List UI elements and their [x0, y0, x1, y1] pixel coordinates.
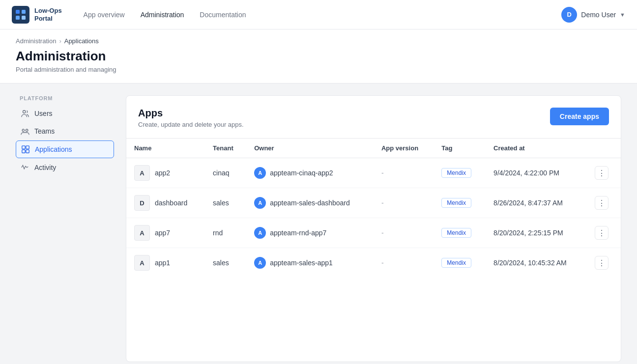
svg-rect-11	[26, 150, 29, 153]
sidebar-item-activity[interactable]: Activity	[16, 159, 114, 176]
sidebar-item-applications[interactable]: Applications	[16, 140, 114, 158]
col-owner: Owner	[246, 139, 374, 158]
brand-logo	[12, 6, 29, 24]
owner-name-1: appteam-sales-dashboard	[270, 199, 350, 207]
row-actions-button-1[interactable]: ⋮	[595, 196, 608, 210]
page-title: Administration	[16, 49, 621, 64]
cell-actions-3: ⋮	[587, 248, 621, 278]
table-row: D dashboard sales A appteam-sales-dashbo…	[126, 188, 621, 218]
app-avatar-2: A	[134, 225, 150, 241]
svg-rect-4	[22, 16, 26, 20]
content-header: Apps Create, update and delete your apps…	[126, 96, 621, 139]
svg-point-7	[26, 129, 28, 132]
page-header: Administration › Applications Administra…	[0, 29, 637, 84]
cell-tag-0: Mendix	[434, 158, 486, 188]
cell-tenant-0: cinaq	[205, 158, 246, 188]
chevron-down-icon: ▼	[620, 12, 625, 18]
table-row: A app7 rnd A appteam-rnd-app7 - Mendix 8…	[126, 218, 621, 248]
sidebar-users-label: Users	[34, 110, 53, 117]
page-subtitle: Portal administration and managing	[16, 66, 621, 73]
app-avatar-3: A	[134, 255, 150, 271]
create-apps-button[interactable]: Create apps	[550, 108, 609, 125]
sidebar-section-label: PLATFORM	[16, 95, 114, 101]
col-name: Name	[126, 139, 205, 158]
owner-avatar-2: A	[254, 227, 266, 239]
cell-created-1: 8/26/2024, 8:47:37 AM	[486, 188, 587, 218]
owner-name-0: appteam-cinaq-app2	[270, 169, 333, 177]
tag-badge-0: Mendix	[441, 168, 471, 178]
svg-rect-1	[16, 10, 20, 14]
apps-title: Apps	[138, 108, 244, 119]
col-version: App version	[374, 139, 434, 158]
owner-avatar-1: A	[254, 197, 266, 209]
svg-rect-10	[22, 150, 25, 153]
row-actions-button-3[interactable]: ⋮	[595, 256, 608, 270]
svg-rect-0	[12, 6, 29, 24]
col-actions	[587, 139, 621, 158]
sidebar-item-users[interactable]: Users	[16, 105, 114, 122]
cell-name-3: A app1	[126, 248, 205, 278]
cell-owner-0: A appteam-cinaq-app2	[246, 158, 374, 188]
cell-created-3: 8/20/2024, 10:45:32 AM	[486, 248, 587, 278]
sidebar: PLATFORM Users Teams	[16, 95, 114, 362]
owner-name-3: appteam-sales-app1	[270, 259, 333, 267]
row-actions-button-2[interactable]: ⋮	[595, 226, 608, 240]
app-name-2: app7	[155, 229, 170, 237]
main-layout: PLATFORM Users Teams	[0, 84, 637, 364]
row-actions-button-0[interactable]: ⋮	[595, 166, 608, 180]
apps-subtitle: Create, update and delete your apps.	[138, 121, 244, 128]
cell-tenant-2: rnd	[205, 218, 246, 248]
cell-tag-1: Mendix	[434, 188, 486, 218]
cell-tenant-1: sales	[205, 188, 246, 218]
sidebar-item-teams[interactable]: Teams	[16, 123, 114, 140]
cell-actions-2: ⋮	[587, 218, 621, 248]
apps-table-wrapper: Name Tenant Owner App version Tag Create…	[126, 139, 621, 278]
table-row: A app2 cinaq A appteam-cinaq-app2 - Mend…	[126, 158, 621, 188]
svg-point-5	[23, 111, 26, 113]
cell-tenant-3: sales	[205, 248, 246, 278]
user-avatar: D	[561, 7, 577, 23]
cell-name-0: A app2	[126, 158, 205, 188]
breadcrumb-administration[interactable]: Administration	[16, 37, 56, 45]
owner-name-2: appteam-rnd-app7	[270, 229, 326, 237]
tag-badge-3: Mendix	[441, 258, 471, 268]
table-row: A app1 sales A appteam-sales-app1 - Mend…	[126, 248, 621, 278]
navbar: Low-Ops Portal App overview Administrati…	[0, 0, 637, 29]
brand: Low-Ops Portal	[12, 6, 62, 24]
breadcrumb-applications: Applications	[64, 37, 99, 45]
svg-rect-3	[16, 16, 20, 20]
teams-icon	[21, 127, 29, 136]
col-tenant: Tenant	[205, 139, 246, 158]
users-icon	[21, 109, 29, 118]
cell-owner-1: A appteam-sales-dashboard	[246, 188, 374, 218]
user-name: Demo User	[581, 11, 616, 19]
brand-name-line1: Low-Ops	[34, 7, 62, 15]
activity-icon	[21, 163, 29, 172]
nav-administration[interactable]: Administration	[135, 7, 190, 23]
cell-tag-3: Mendix	[434, 248, 486, 278]
apps-table: Name Tenant Owner App version Tag Create…	[126, 139, 621, 278]
owner-avatar-0: A	[254, 167, 266, 179]
apps-content: Apps Create, update and delete your apps…	[126, 95, 621, 362]
svg-point-6	[22, 129, 25, 132]
cell-name-2: A app7	[126, 218, 205, 248]
col-tag: Tag	[434, 139, 486, 158]
nav-links: App overview Administration Documentatio…	[78, 7, 562, 23]
nav-documentation[interactable]: Documentation	[194, 7, 252, 23]
cell-version-3: -	[374, 248, 434, 278]
breadcrumb-separator: ›	[59, 37, 61, 45]
cell-actions-1: ⋮	[587, 188, 621, 218]
cell-version-1: -	[374, 188, 434, 218]
svg-rect-8	[22, 146, 25, 149]
cell-owner-3: A appteam-sales-app1	[246, 248, 374, 278]
app-name-3: app1	[155, 259, 170, 267]
tag-badge-1: Mendix	[441, 198, 471, 208]
user-menu[interactable]: D Demo User ▼	[561, 7, 625, 23]
svg-rect-2	[22, 10, 26, 14]
sidebar-applications-label: Applications	[35, 145, 72, 153]
sidebar-teams-label: Teams	[34, 127, 55, 135]
applications-icon	[21, 145, 30, 154]
nav-app-overview[interactable]: App overview	[78, 7, 131, 23]
app-avatar-0: A	[134, 165, 150, 181]
tag-badge-2: Mendix	[441, 228, 471, 238]
